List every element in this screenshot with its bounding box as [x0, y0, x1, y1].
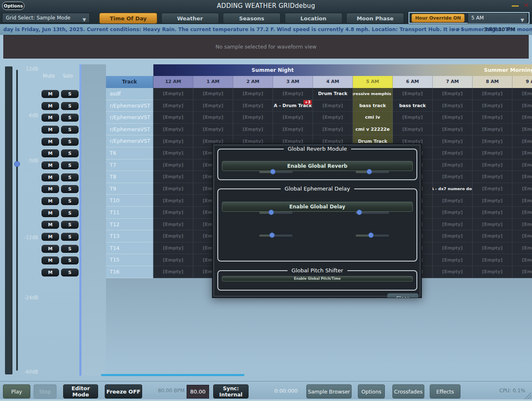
grid-cell-t14-8-am[interactable]: [Empty] — [473, 242, 512, 254]
tab-moon-phase[interactable]: Moon Phase — [346, 13, 404, 24]
grid-cell-r-ephemeravst-12-am[interactable]: [Empty] — [153, 112, 193, 124]
solo-button-track-14[interactable]: S — [61, 245, 79, 253]
grid-cell-r-ephemeravst-9-am[interactable]: [Empty] — [512, 112, 532, 124]
hour-header-9-am[interactable]: 9 AM — [512, 76, 532, 88]
grid-cell-t16-9-am[interactable]: [Empty] — [512, 266, 532, 278]
track-name-t7-7[interactable]: T7 — [106, 159, 153, 171]
grid-cell-r-ephemeravst-8-am[interactable]: [Empty] — [473, 100, 512, 112]
grid-cell-t13-7-am[interactable]: [Empty] — [433, 230, 473, 242]
grid-cell-r-ephemeravst-7-am[interactable]: [Empty] — [433, 100, 473, 112]
mute-button-track-12[interactable]: M — [42, 221, 59, 229]
mute-button-track-16[interactable]: M — [42, 269, 59, 276]
solo-button-track-10[interactable]: S — [61, 197, 79, 205]
grid-cell-r-ephemeravst-4-am[interactable]: [Empty] — [313, 112, 353, 124]
options-button[interactable]: Options — [358, 384, 385, 399]
grid-cell-t6-9-am[interactable]: [Empty] — [512, 147, 532, 159]
grid-cell-asdf-12-am[interactable]: [Empty] — [153, 88, 193, 100]
grid-cell-r-ephemeravst-12-am[interactable]: [Empty] — [153, 124, 193, 136]
grid-cell-r-ephemeravst-2-am[interactable]: [Empty] — [233, 100, 273, 112]
grid-cell-t6-12-am[interactable]: [Empty] — [153, 147, 193, 159]
grid-cell-r-ephemeravst-1-am[interactable]: [Empty] — [193, 124, 233, 136]
mute-button-track-13[interactable]: M — [42, 233, 59, 241]
grid-cell-r-ephemeravst-2-am[interactable]: [Empty] — [233, 112, 273, 124]
grid-cell-t13-9-am[interactable]: [Empty] — [512, 230, 532, 242]
horizontal-scrollbar[interactable] — [101, 374, 244, 376]
reverb-slider-left[interactable] — [259, 169, 293, 175]
grid-cell-t10-8-am[interactable]: [Empty] — [473, 195, 512, 207]
grid-cell-r-ephemeravst-9-am[interactable]: [Empty] — [512, 100, 532, 112]
sample-browser-button[interactable]: Sample Browser — [306, 384, 352, 399]
track-name-r-ephemeravst-4[interactable]: r/EphemeraVST — [106, 124, 153, 136]
editor-mode-button[interactable]: Editor Mode — [63, 384, 98, 399]
sync-button[interactable]: Sync: Internal — [213, 384, 249, 399]
grid-cell-t12-8-am[interactable]: [Empty] — [473, 219, 512, 231]
solo-button-track-15[interactable]: S — [61, 257, 79, 264]
track-name-r-ephemeravst-5[interactable]: r/EphemeraVST — [106, 135, 153, 147]
mute-button-track-2[interactable]: M — [42, 102, 59, 110]
solo-button-track-8[interactable]: S — [61, 174, 79, 181]
grid-cell-t7-7-am[interactable]: [Empty] — [433, 159, 473, 171]
grid-cell-t7-12-am[interactable]: [Empty] — [153, 159, 193, 171]
grid-cell-t10-7-am[interactable]: [Empty] — [433, 195, 473, 207]
grid-cell-asdf-9-am[interactable]: [Empty] — [512, 88, 532, 100]
delay-slider-row1-left[interactable] — [259, 210, 293, 215]
grid-cell-t15-12-am[interactable]: [Empty] — [153, 254, 193, 266]
track-name-r-ephemeravst-2[interactable]: r/EphemeraVST — [106, 100, 153, 112]
mute-button-track-5[interactable]: M — [42, 138, 59, 146]
grid-cell-r-ephemeravst-3-am[interactable]: [Empty] — [273, 124, 313, 136]
hour-header-6-am[interactable]: 6 AM — [393, 76, 433, 88]
slider-handle[interactable] — [270, 169, 276, 174]
track-name-t13-13[interactable]: T13 — [106, 230, 153, 242]
hour-header-2-am[interactable]: 2 AM — [233, 76, 273, 88]
grid-cell-asdf-6-am[interactable]: [Empty] — [393, 88, 433, 100]
grid-cell-t15-7-am[interactable]: [Empty] — [433, 254, 473, 266]
grid-cell-t8-12-am[interactable]: [Empty] — [153, 171, 193, 183]
solo-button-track-2[interactable]: S — [61, 102, 79, 110]
grid-cell-t8-7-am[interactable]: [Empty] — [433, 171, 473, 183]
grid-cell-t14-9-am[interactable]: [Empty] — [512, 242, 532, 254]
mute-button-track-6[interactable]: M — [42, 149, 59, 157]
grid-cell-r-ephemeravst-12-am[interactable]: [Empty] — [153, 135, 193, 147]
mute-button-track-3[interactable]: M — [42, 114, 59, 122]
slider-handle[interactable] — [367, 169, 372, 174]
solo-button-track-9[interactable]: S — [61, 185, 79, 193]
track-name-r-ephemeravst-3[interactable]: r/EphemeraVST — [106, 112, 153, 124]
crossfades-button[interactable]: Crossfades — [392, 384, 424, 399]
grid-cell-t14-12-am[interactable]: [Empty] — [153, 242, 193, 254]
slider-handle[interactable] — [269, 232, 275, 238]
hour-override-button[interactable]: Hour Override ON — [411, 14, 465, 22]
grid-cell-t16-7-am[interactable]: [Empty] — [433, 266, 473, 278]
hour-header-4-am[interactable]: 4 AM — [313, 76, 353, 88]
grid-cell-t11-12-am[interactable]: [Empty] — [153, 207, 193, 219]
grid-cell-r-ephemeravst-5-am[interactable]: cmi iv — [353, 112, 393, 124]
grid-cell-t6-8-am[interactable]: [Empty] — [473, 147, 512, 159]
track-name-t16-16[interactable]: T16 — [106, 266, 153, 278]
mute-button-track-9[interactable]: M — [42, 185, 59, 193]
grid-cell-t16-12-am[interactable]: [Empty] — [153, 266, 193, 278]
grid-cell-t11-9-am[interactable]: [Empty] — [512, 207, 532, 219]
solo-button-track-13[interactable]: S — [61, 233, 79, 241]
mute-button-track-15[interactable]: M — [42, 257, 59, 264]
solo-button-track-11[interactable]: S — [61, 209, 79, 217]
grid-cell-r-ephemeravst-6-am[interactable]: [Empty] — [393, 124, 433, 136]
grid-cell-asdf-7-am[interactable]: [Empty] — [433, 88, 473, 100]
vertical-scrollbar[interactable] — [79, 64, 81, 376]
grid-cell-t7-9-am[interactable]: [Empty] — [512, 159, 532, 171]
play-button[interactable]: Play — [3, 384, 30, 399]
grid-cell-r-ephemeravst-1-am[interactable]: [Empty] — [193, 112, 233, 124]
track-name-t12-12[interactable]: T12 — [106, 219, 153, 231]
grid-cell-t8-9-am[interactable]: [Empty] — [512, 171, 532, 183]
grid-cell-r-ephemeravst-2-am[interactable]: [Empty] — [233, 124, 273, 136]
hour-header-5-am[interactable]: 5 AM — [353, 76, 393, 88]
grid-cell-r-ephemeravst-6-am[interactable]: [Empty] — [393, 112, 433, 124]
grid-cell-asdf-5-am[interactable]: aggressive memphis p... — [353, 88, 393, 100]
delay-slider-row2-right[interactable] — [356, 232, 389, 238]
reverb-slider-right[interactable] — [356, 169, 389, 175]
minimize-icon[interactable] — [512, 5, 519, 7]
grid-cell-t11-8-am[interactable]: [Empty] — [473, 207, 512, 219]
hour-header-3-am[interactable]: 3 AM — [273, 76, 313, 88]
grid-cell-t8-8-am[interactable]: [Empty] — [473, 171, 512, 183]
grid-cell-r-ephemeravst-1-am[interactable]: [Empty] — [193, 100, 233, 112]
grid-cell-r-ephemeravst-12-am[interactable]: [Empty] — [153, 100, 193, 112]
grid-cell-r-ephemeravst-9-am[interactable]: [Empty] — [512, 124, 532, 136]
